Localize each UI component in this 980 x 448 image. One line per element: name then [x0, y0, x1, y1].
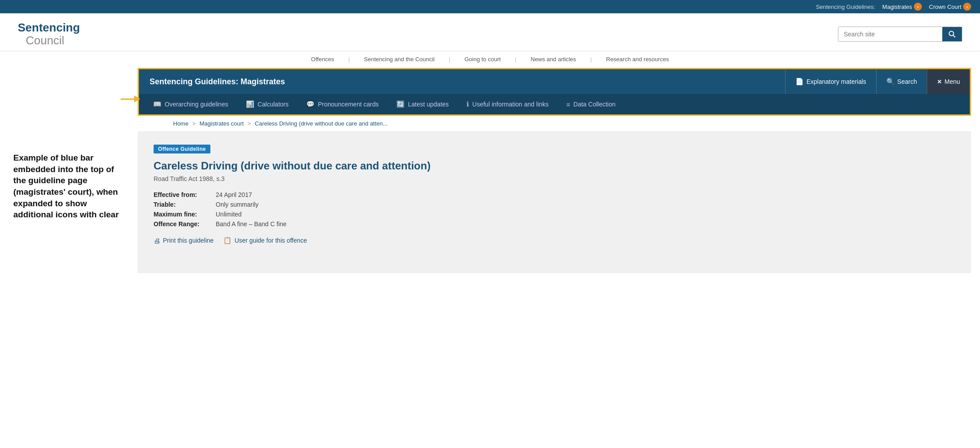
left-annotation-area: Example of blue bar embedded into the to…: [0, 68, 138, 273]
meta-max-fine: Maximum fine: Unlimited: [154, 211, 955, 218]
nav-going-to-court[interactable]: Going to court: [463, 51, 502, 68]
logo-sentencing: Sentencing: [18, 21, 80, 34]
subsite-actions: 📄 Explanatory materials 🔍 Search ✕ Menu: [785, 69, 970, 94]
meta-label-fine: Maximum fine:: [154, 211, 216, 218]
nav-sep-1: |: [348, 51, 350, 68]
offence-badge: Offence Guideline: [154, 145, 210, 153]
site-logo: Sentencing Council: [18, 21, 80, 47]
site-header: Sentencing Council: [0, 13, 980, 51]
menu-btn[interactable]: ✕ Menu: [927, 69, 970, 94]
breadcrumb-magistrates[interactable]: Magistrates court: [200, 120, 244, 127]
menu-x-icon: ✕: [937, 79, 942, 85]
search-input[interactable]: [838, 27, 942, 41]
list-icon: ≡: [566, 101, 570, 108]
breadcrumb-home[interactable]: Home: [173, 120, 189, 127]
breadcrumb-current[interactable]: Careless Driving (drive without due care…: [255, 120, 387, 127]
magistrates-link[interactable]: Magistrates ›: [882, 3, 922, 11]
top-bar: Sentencing Guidelines: Magistrates › Cro…: [0, 0, 980, 13]
annotation-arrow: [121, 95, 140, 102]
print-label: Print this guideline: [163, 237, 213, 244]
svg-line-1: [953, 35, 956, 37]
meta-effective-from: Effective from: 24 April 2017: [154, 191, 955, 198]
subsite-nav: 📖 Overarching guidelines 📊 Calculators 💬…: [139, 94, 970, 114]
explanatory-materials-btn[interactable]: 📄 Explanatory materials: [785, 69, 876, 94]
content-area: Offence Guideline Careless Driving (driv…: [138, 131, 971, 273]
search-label: Search: [897, 78, 917, 85]
magistrates-arrow-icon: ›: [914, 3, 922, 11]
meta-label-effective: Effective from:: [154, 191, 216, 198]
nav-sep-3: |: [515, 51, 516, 68]
meta-offence-range: Offence Range: Band A fine – Band C fine: [154, 220, 955, 228]
nav-sentencing-council[interactable]: Sentencing and the Council: [363, 51, 435, 68]
print-icon: 🖨: [154, 237, 160, 244]
latest-updates-label: Latest updates: [408, 101, 449, 108]
meta-label-triable: Triable:: [154, 201, 216, 208]
calculator-icon: 📊: [246, 100, 254, 108]
search-icon: [948, 31, 956, 38]
overarching-label: Overarching guidelines: [165, 101, 228, 108]
speech-bubble-icon: 💬: [306, 100, 315, 108]
offence-title: Careless Driving (drive without due care…: [154, 159, 955, 173]
breadcrumb: Home > Magistrates court > Careless Driv…: [155, 116, 962, 131]
search-btn[interactable]: 🔍 Search: [876, 69, 927, 94]
meta-value-triable: Only summarily: [216, 201, 258, 208]
crown-court-link[interactable]: Crown Court ›: [929, 3, 971, 11]
subsite-title: Sentencing Guidelines: Magistrates: [139, 77, 785, 86]
meta-triable: Triable: Only summarily: [154, 201, 955, 208]
nav-sep-2: |: [449, 51, 450, 68]
main-nav: Offences | Sentencing and the Council | …: [0, 51, 980, 68]
nav-data-collection[interactable]: ≡ Data Collection: [557, 94, 624, 114]
subsite-header: Sentencing Guidelines: Magistrates 📄 Exp…: [139, 69, 970, 94]
menu-label: Menu: [944, 78, 960, 85]
meta-label-range: Offence Range:: [154, 220, 216, 228]
explanatory-label: Explanatory materials: [806, 78, 866, 85]
nav-news[interactable]: News and articles: [530, 51, 577, 68]
breadcrumb-sep-1: >: [192, 120, 197, 127]
nav-offences[interactable]: Offences: [310, 51, 335, 68]
calculators-label: Calculators: [257, 101, 288, 108]
meta-value-fine: Unlimited: [216, 211, 241, 218]
yellow-bordered-box: Sentencing Guidelines: Magistrates 📄 Exp…: [138, 68, 971, 116]
breadcrumb-sep-2: >: [248, 120, 253, 127]
search-icon-subsite: 🔍: [886, 78, 895, 86]
crown-court-arrow-icon: ›: [963, 3, 971, 11]
nav-pronouncement[interactable]: 💬 Pronouncement cards: [297, 94, 387, 114]
offence-meta: Effective from: 24 April 2017 Triable: O…: [154, 191, 955, 228]
annotation-text: Example of blue bar embedded into the to…: [13, 152, 129, 220]
info-icon: ℹ: [466, 100, 469, 108]
nav-useful-info[interactable]: ℹ Useful information and links: [458, 94, 557, 114]
useful-info-label: Useful information and links: [472, 101, 549, 108]
nav-research[interactable]: Research and resources: [605, 51, 670, 68]
print-guideline-link[interactable]: 🖨 Print this guideline: [154, 237, 213, 244]
meta-value-range: Band A fine – Band C fine: [216, 220, 287, 228]
meta-value-effective: 24 April 2017: [216, 191, 252, 198]
svg-point-0: [949, 31, 954, 35]
right-content: Sentencing Guidelines: Magistrates 📄 Exp…: [138, 68, 980, 273]
user-guide-link[interactable]: 📋 User guide for this offence: [223, 236, 307, 244]
sentencing-guidelines-label: Sentencing Guidelines:: [816, 4, 875, 10]
site-search-wrapper[interactable]: [838, 27, 962, 42]
nav-overarching[interactable]: 📖 Overarching guidelines: [144, 94, 237, 114]
book-icon: 📄: [795, 78, 804, 86]
user-guide-label: User guide for this offence: [234, 237, 307, 244]
offence-subtitle: Road Traffic Act 1988, s.3: [154, 175, 955, 182]
refresh-icon: 🔄: [396, 100, 405, 108]
logo-council: Council: [26, 34, 80, 47]
nav-latest-updates[interactable]: 🔄 Latest updates: [387, 94, 458, 114]
user-guide-icon: 📋: [223, 236, 232, 244]
offence-actions: 🖨 Print this guideline 📋 User guide for …: [154, 236, 955, 244]
data-collection-label: Data Collection: [573, 101, 616, 108]
pronouncement-label: Pronouncement cards: [318, 101, 379, 108]
nav-calculators[interactable]: 📊 Calculators: [237, 94, 297, 114]
search-button[interactable]: [942, 27, 962, 41]
book-open-icon: 📖: [153, 100, 162, 108]
nav-sep-4: |: [590, 51, 592, 68]
outer-layout: Example of blue bar embedded into the to…: [0, 68, 980, 273]
